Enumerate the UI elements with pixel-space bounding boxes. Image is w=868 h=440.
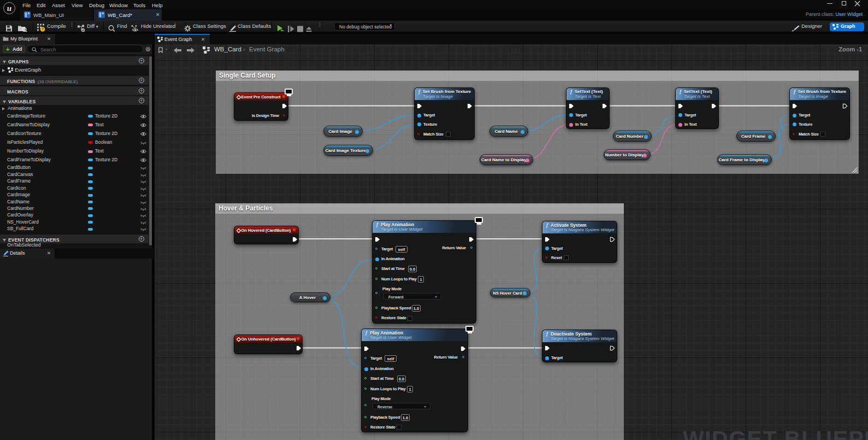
- svg-text:?: ?: [42, 27, 44, 32]
